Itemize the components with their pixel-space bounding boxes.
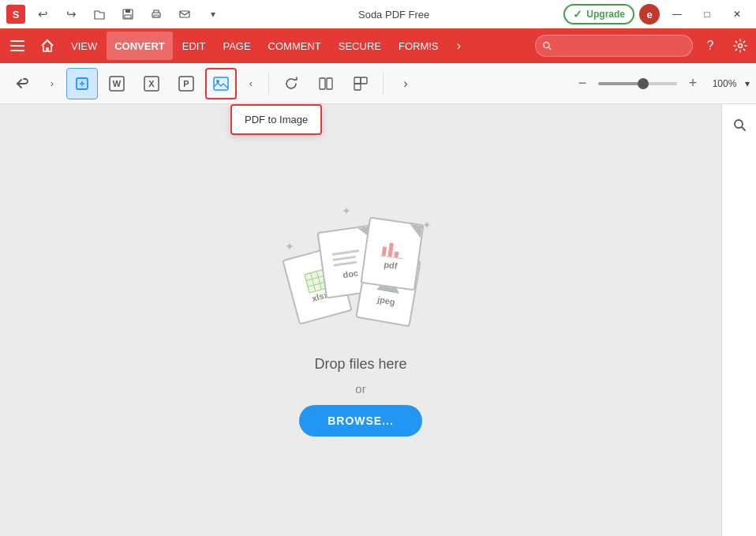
- svg-point-10: [739, 44, 743, 48]
- svg-text:W: W: [113, 79, 122, 88]
- sparkle-3: ✦: [422, 219, 432, 231]
- zoom-dropdown[interactable]: ▾: [745, 78, 750, 89]
- app-title: Soda PDF Free: [224, 9, 563, 21]
- menu-convert[interactable]: CONVERT: [107, 32, 173, 60]
- zoom-out-button[interactable]: −: [571, 73, 593, 95]
- rotate-tool-button[interactable]: [275, 68, 307, 99]
- svg-rect-22: [354, 77, 361, 84]
- excel-tool-button[interactable]: X: [136, 68, 167, 99]
- svg-rect-32: [394, 250, 399, 257]
- svg-rect-20: [320, 78, 325, 89]
- pdf-to-image-label: PDF to Image: [245, 114, 308, 126]
- chevron-right-tool[interactable]: ›: [390, 68, 421, 99]
- upgrade-button[interactable]: ✓ Upgrade: [563, 4, 634, 24]
- redo-button[interactable]: ↪: [60, 3, 82, 25]
- back-tool-button[interactable]: [6, 68, 38, 99]
- or-text: or: [355, 382, 365, 395]
- save-button[interactable]: [117, 3, 139, 25]
- toolbar: › W X P ‹ › − + 100% ▾ PDF to Image: [0, 63, 756, 104]
- pdf-to-image-popup[interactable]: PDF to Image: [230, 104, 322, 135]
- search-panel-button[interactable]: [727, 112, 752, 137]
- doc-line-3: [333, 261, 357, 266]
- zoom-thumb: [638, 78, 649, 89]
- svg-rect-5: [180, 11, 189, 17]
- app-icon: S: [6, 5, 25, 24]
- pdf-file-icon: pdf: [360, 216, 424, 290]
- maximize-button[interactable]: □: [694, 3, 720, 25]
- upgrade-label: Upgrade: [586, 9, 625, 20]
- undo-button[interactable]: ↩: [32, 3, 54, 25]
- menu-view[interactable]: VIEW: [63, 32, 105, 60]
- doc-label: doc: [342, 268, 359, 279]
- drop-area[interactable]: ✦ ✦ ✦ doc x: [0, 104, 721, 536]
- select-tool-button[interactable]: [66, 68, 98, 99]
- zoom-in-button[interactable]: +: [682, 73, 704, 95]
- settings-button[interactable]: [728, 33, 753, 58]
- sparkle-1: ✦: [342, 204, 351, 217]
- doc-line-2: [332, 255, 356, 261]
- toolbar-expand-chevron[interactable]: ›: [41, 68, 63, 99]
- menu-page[interactable]: PAGE: [215, 32, 258, 60]
- zoom-slider[interactable]: [598, 82, 677, 85]
- svg-rect-2: [125, 15, 131, 18]
- zoom-percent: 100%: [709, 78, 740, 89]
- zoom-area: − + 100% ▾: [571, 73, 750, 95]
- menubar: VIEW CONVERT EDIT PAGE COMMENT SECURE FO…: [0, 28, 756, 63]
- help-button[interactable]: ?: [698, 33, 723, 58]
- svg-rect-1: [125, 9, 130, 13]
- ppt-tool-button[interactable]: P: [170, 68, 202, 99]
- search-box[interactable]: [535, 35, 693, 57]
- doc-line-1: [331, 249, 359, 256]
- menu-more-button[interactable]: ›: [448, 32, 470, 60]
- menu-secure[interactable]: SECURE: [331, 32, 389, 60]
- word-tool-button[interactable]: W: [101, 68, 133, 99]
- toolbar-separator-2: [383, 72, 384, 96]
- menu-forms[interactable]: FORM!S: [391, 32, 447, 60]
- svg-rect-18: [214, 77, 228, 90]
- svg-rect-24: [354, 84, 361, 90]
- open-button[interactable]: [88, 3, 110, 25]
- search-input[interactable]: [557, 40, 686, 51]
- arrange-tool-button[interactable]: [345, 68, 376, 99]
- hamburger-menu[interactable]: [3, 32, 32, 60]
- svg-text:P: P: [183, 79, 189, 88]
- print-button[interactable]: [145, 3, 167, 25]
- menu-comment[interactable]: COMMENT: [260, 32, 329, 60]
- titlebar-right: ✓ Upgrade e — □ ✕: [563, 3, 750, 25]
- titlebar: S ↩ ↪ ▾ Soda PDF Free ✓ Upgrade e — □ ✕: [0, 0, 756, 28]
- home-button[interactable]: [33, 32, 62, 60]
- menu-edit[interactable]: EDIT: [174, 32, 214, 60]
- drop-text: Drop files here: [314, 356, 406, 373]
- svg-rect-21: [327, 78, 332, 89]
- mail-button[interactable]: [174, 3, 196, 25]
- pdf-chart-icon: [380, 236, 406, 261]
- svg-text:X: X: [148, 79, 155, 88]
- svg-rect-7: [10, 45, 24, 47]
- tools-collapse-chevron[interactable]: ‹: [240, 68, 262, 99]
- menu-right: ?: [535, 33, 753, 58]
- close-button[interactable]: ✕: [724, 3, 750, 25]
- svg-rect-30: [382, 246, 387, 256]
- titlebar-left: S ↩ ↪ ▾: [6, 3, 224, 25]
- browse-button[interactable]: BROWSE...: [299, 405, 422, 437]
- main-content: ✦ ✦ ✦ doc x: [0, 104, 756, 536]
- image-tool-button[interactable]: [205, 68, 237, 99]
- svg-rect-31: [387, 242, 393, 257]
- svg-rect-23: [361, 77, 367, 84]
- split-tool-button[interactable]: [310, 68, 342, 99]
- pdf-label: pdf: [384, 259, 399, 270]
- doc-lines: [331, 249, 365, 266]
- svg-rect-8: [10, 50, 24, 51]
- file-icons-container: ✦ ✦ ✦ doc x: [282, 204, 440, 347]
- sparkle-2: ✦: [285, 240, 294, 253]
- user-avatar[interactable]: e: [639, 4, 660, 24]
- svg-rect-6: [10, 40, 24, 42]
- minimize-button[interactable]: —: [664, 3, 690, 25]
- search-panel: [721, 104, 756, 536]
- svg-rect-4: [154, 15, 159, 17]
- more-button[interactable]: ▾: [202, 3, 224, 25]
- toolbar-separator-1: [268, 72, 269, 96]
